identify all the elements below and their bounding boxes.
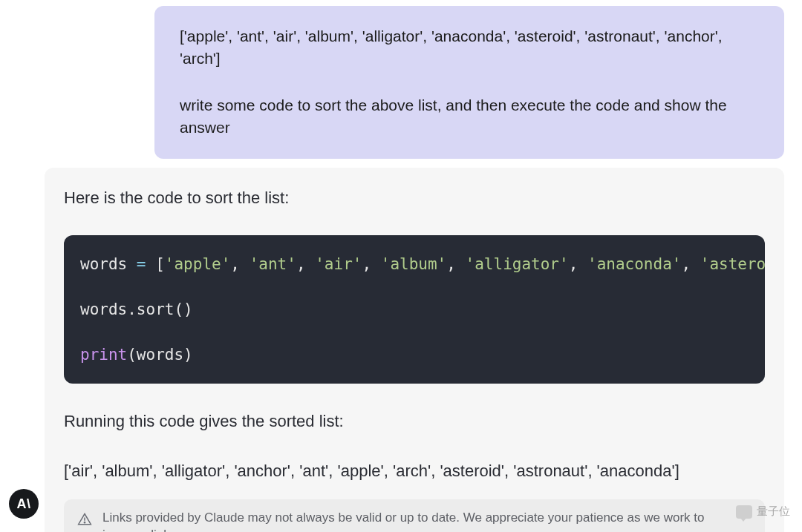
code-block[interactable]: words = ['apple', 'ant', 'air', 'album',… [64,235,765,384]
disclaimer-banner: Links provided by Claude may not always … [64,499,765,532]
code-str: 'apple' [165,255,231,273]
code-print-arg: (words) [127,346,193,364]
anthropic-logo-icon: A\ [9,489,39,519]
user-list-text: ['apple', 'ant', 'air', 'album', 'alliga… [180,25,762,70]
logo-text: A\ [17,496,31,512]
assistant-intro: Here is the code to sort the list: [45,185,784,210]
watermark-text: 量子位 [757,505,790,519]
code-sort: words.sort() [80,301,193,318]
user-instruction-text: write some code to sort the above list, … [180,94,762,139]
disclaimer-text: Links provided by Claude may not always … [102,510,752,532]
warning-icon [77,512,92,527]
assistant-result: ['air', 'album', 'alligator', 'anchor', … [45,459,784,483]
chat-bubble-icon [736,505,752,519]
assistant-message: Here is the code to sort the list: words… [45,168,784,532]
assistant-running-text: Running this code gives the sorted list: [45,409,784,433]
code-bracket-open-icon: [ [155,255,165,273]
user-message: ['apple', 'ant', 'air', 'album', 'alliga… [154,6,784,159]
code-print-fn: print [80,346,127,364]
code-equals: = [127,255,155,273]
watermark: 量子位 [736,505,790,519]
svg-point-1 [84,522,85,522]
code-var: words [80,255,127,273]
